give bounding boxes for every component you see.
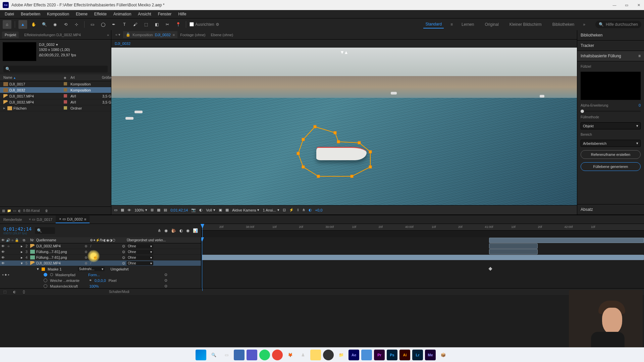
taskbar-app-icon[interactable] [247,350,257,360]
effect-controls-tab[interactable]: Effekteinstellungen DJI_0032.MP4 [21,32,84,38]
menu-edit[interactable]: Bearbeiten [18,11,43,17]
alpha-expansion-slider[interactable] [581,111,641,112]
keyframe-nav[interactable]: ◂◆▸ [2,273,9,276]
parent-dropdown[interactable]: Ohne▾ [126,255,153,260]
orbit-tool[interactable]: ◉ [51,20,59,29]
firefox-icon[interactable]: 🦊 [285,350,296,360]
range-select[interactable]: Arbeitsbereich▾ [581,140,641,147]
layer-row[interactable]: 👁 ○▸2DJI_0032.MP4⚙ /⊙Ohne▾ [0,243,201,249]
obs-icon[interactable] [323,350,334,360]
mask-opacity-value[interactable]: 100% [89,284,99,288]
timeline-tab[interactable]: × ▭ DJI_0032 ≡ [56,216,90,223]
project-row[interactable]: DJI_0017.MP4 AVI 3,5 G [0,93,111,99]
panel-menu-icon[interactable]: ≡ [638,54,641,58]
transparency-grid-icon[interactable]: ▦ [225,208,229,212]
comp-icon[interactable]: ▭ [13,209,16,213]
project-row[interactable]: DJI_0032 Komposition [0,87,111,93]
exposure-reset-icon[interactable]: ◐ [309,208,312,212]
viewer-timecode[interactable]: 0;01;42;14 [170,208,188,212]
mask-feather-property[interactable]: Weiche ...enkante ⚭ 0,0,0,0 Pixel ⊙ [0,278,201,283]
panel-more-icon[interactable]: » [107,33,109,37]
taskbar-app-icon[interactable] [234,350,245,360]
flowchart-icon[interactable]: ⋔ [302,208,305,212]
task-view-icon[interactable]: ▭ [221,350,232,360]
taskbar-app-icon[interactable]: 📦 [438,350,448,360]
rotate-tool[interactable]: ⟲ [61,20,70,29]
start-button[interactable] [196,350,206,360]
mask-feather-value[interactable]: 0,0,0,0 [95,279,106,283]
parent-dropdown[interactable]: Ohne▾ [126,250,153,254]
taskbar-search-icon[interactable]: 🔍 [208,350,219,360]
trash-icon[interactable]: 🗑 [45,209,48,213]
menu-file[interactable]: Datei [2,11,17,17]
safe-zones-icon[interactable]: ⊞ [151,208,154,212]
workspace-learn[interactable]: Lernen [460,21,476,28]
toggle-modes-icon[interactable]: ◐ [13,290,16,294]
mask-path-property[interactable]: ◂◆▸ ⬡ Maskenpfad Form... ⊙ [0,272,201,278]
composition-tab[interactable]: 🔒 Komposition DJI_0032 ≡ [123,31,177,38]
taskbar-app-icon[interactable] [272,350,283,360]
adjust-icon[interactable]: ◐ [18,209,21,213]
comp-flowchart-icon[interactable]: ⋔ [158,228,161,233]
menu-effects[interactable]: Effekte [92,11,109,17]
mask-icon[interactable]: 👁 [127,208,131,212]
bpc-label[interactable]: 8-Bit-Kanal [23,209,40,213]
maximize-button[interactable]: ▭ [624,2,629,8]
menu-view[interactable]: Ansicht [135,11,154,17]
rect-tool[interactable]: ▭ [88,20,97,29]
layer-row[interactable]: 👁▸3Füllung...7-81].png⚙ /⊙Ohne▾ [0,249,201,255]
close-button[interactable]: ✕ [636,2,641,8]
graph-icon[interactable]: 📊 [193,228,198,233]
menu-animation[interactable]: Animation [111,11,134,17]
stopwatch-icon[interactable] [44,273,47,277]
tracker-panel-tab[interactable]: Tracker [577,41,644,51]
ellipse-tool[interactable]: ◯ [99,20,107,29]
roto-tool[interactable]: ✂ [163,20,172,29]
timeline-icon[interactable]: ⫴ [297,208,299,212]
workspace-standard[interactable]: Standard [423,20,444,28]
motionblur-icon[interactable]: ◉ [186,228,190,233]
footage-tab[interactable]: Footage (ohne) [177,32,208,38]
zoom-tool[interactable]: 🔍 [40,20,49,29]
whatsapp-icon[interactable] [259,350,270,360]
parent-dropdown[interactable]: Ohne▾ [126,244,153,248]
create-reference-frame-button[interactable]: Referenzframe erstellen [581,150,641,159]
frameblend-icon[interactable]: ◐ [179,228,183,233]
col-type[interactable]: Art [70,76,95,79]
parent-dropdown[interactable]: Ohne▾ [126,261,153,265]
hand-tool[interactable]: ✋ [29,20,38,29]
selection-tool[interactable]: ▲ [18,20,27,29]
menu-window[interactable]: Fenster [155,11,174,17]
timeline-tracks[interactable] [201,237,644,288]
project-tab[interactable]: Projekt [2,32,19,38]
snap-checkbox[interactable] [190,22,194,26]
col-tag[interactable]: ◈ [64,76,70,79]
stopwatch-icon[interactable] [44,284,47,288]
pen-tool[interactable]: ✒ [109,20,118,29]
taskbar-app-icon[interactable] [361,350,372,360]
transparency-icon[interactable]: ▦ [121,208,124,212]
eraser-tool[interactable]: ◧ [152,20,161,29]
workspace-original[interactable]: Original [483,21,500,28]
current-timecode[interactable]: 0;01;42;14 [3,226,32,232]
menu-help[interactable]: Hilfe [175,11,189,17]
always-preview-icon[interactable]: ▭ [114,208,117,212]
show-channel-icon[interactable]: ◐ [199,208,203,212]
resolution-dropdown[interactable]: Voll ▾ [206,208,215,212]
project-row[interactable]: DJI_0032.MP4 AVI 3,5 G [0,99,111,105]
mask-mode-dropdown[interactable]: Subtrahi...▾ [78,267,105,271]
workspace-small[interactable]: Kleiner Bildschirm [507,21,544,28]
channel-icon[interactable]: ▤ [164,208,167,212]
clone-tool[interactable]: ⬚ [142,20,150,29]
mask-opacity-property[interactable]: Maskendeckkraft 100% ⊙ [0,283,201,288]
premiere-taskbar-icon[interactable]: Pr [374,350,385,360]
mask-path-overlay[interactable] [288,123,385,190]
draft3d-icon[interactable]: ◉ [164,228,168,233]
layer-bar[interactable] [489,243,538,249]
switches-modes-toggle[interactable]: Schalter/Modi [109,290,129,294]
puppet-tool[interactable]: 📍 [174,20,182,29]
project-row[interactable]: DJI_0017 Komposition [0,81,111,87]
photoshop-taskbar-icon[interactable]: Ps [387,350,397,360]
grid-icon[interactable]: ▦ [157,208,160,212]
col-size[interactable]: Größe [95,76,111,79]
